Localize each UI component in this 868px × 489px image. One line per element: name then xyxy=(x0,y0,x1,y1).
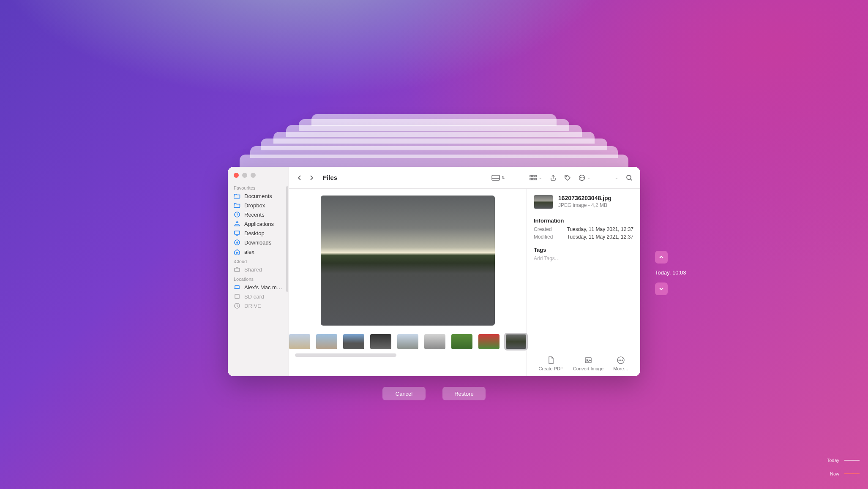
home-icon xyxy=(234,248,240,255)
restore-button[interactable]: Restore xyxy=(442,387,486,400)
action-menu-button[interactable]: ⌄ xyxy=(577,173,592,183)
overflow-button[interactable]: ⌄ xyxy=(613,174,620,182)
tags-button[interactable] xyxy=(562,173,573,183)
shared-icon xyxy=(234,266,240,273)
chevron-down-icon: ⌄ xyxy=(539,176,542,180)
action-label: Convert Image xyxy=(573,366,603,371)
gallery-view xyxy=(289,189,527,376)
download-icon xyxy=(234,239,240,246)
zoom-window-button[interactable] xyxy=(251,173,256,178)
search-button[interactable] xyxy=(624,173,634,183)
window-title: Files xyxy=(323,174,337,181)
chevron-down-icon: ⌄ xyxy=(587,176,590,180)
window-controls xyxy=(228,173,289,183)
svg-point-23 xyxy=(619,360,620,361)
timeline-current-label: Today, 10:03 xyxy=(655,269,686,276)
quick-action-create-pdf[interactable]: Create PDF xyxy=(539,356,563,371)
thumbnail[interactable] xyxy=(316,334,337,349)
info-label: Created xyxy=(534,226,552,232)
thumbnail[interactable] xyxy=(343,334,364,349)
minimize-window-button[interactable] xyxy=(242,173,247,178)
horizontal-scrollbar[interactable] xyxy=(295,353,396,357)
quick-action-more[interactable]: More… xyxy=(613,356,628,371)
svg-rect-3 xyxy=(235,268,240,272)
timeline-bar: Today Now xyxy=(827,458,860,476)
sidebar-item-documents[interactable]: Documents xyxy=(228,191,289,201)
timeline-mark-label: Now xyxy=(830,471,839,476)
view-mode-button[interactable]: ⇅ xyxy=(490,173,507,182)
thumbnail[interactable] xyxy=(424,334,445,349)
info-panel: 1620736203048.jpg JPEG image - 4,2 MB In… xyxy=(527,189,640,376)
chevron-updown-icon: ⇅ xyxy=(502,176,505,180)
group-button[interactable]: ⌄ xyxy=(528,173,544,182)
thumbnail[interactable] xyxy=(370,334,391,349)
laptop-icon xyxy=(234,284,240,291)
sidebar: Favourites Documents Dropbox Recents App… xyxy=(228,167,289,376)
svg-point-18 xyxy=(583,177,584,178)
timeline-up-button[interactable] xyxy=(655,251,668,264)
sidebar-item-downloads[interactable]: Downloads xyxy=(228,238,289,247)
chevron-down-icon: ⌄ xyxy=(615,176,618,180)
sidebar-item-label: Recents xyxy=(244,212,265,218)
sidebar-section-favourites: Favourites xyxy=(228,183,289,191)
svg-rect-12 xyxy=(532,178,534,180)
sidebar-item-desktop[interactable]: Desktop xyxy=(228,228,289,238)
thumbnail[interactable] xyxy=(397,334,418,349)
finder-window: Favourites Documents Dropbox Recents App… xyxy=(228,167,640,376)
back-button[interactable] xyxy=(295,173,304,182)
share-button[interactable] xyxy=(548,173,558,183)
thumbnail[interactable] xyxy=(478,334,500,349)
timeline-mark-today[interactable]: Today xyxy=(827,458,860,463)
sidebar-item-home[interactable]: alex xyxy=(228,247,289,256)
desktop-icon xyxy=(234,230,240,236)
sidebar-item-label: SD card xyxy=(244,293,264,300)
cancel-button[interactable]: Cancel xyxy=(382,387,426,400)
svg-rect-13 xyxy=(535,178,537,180)
sidebar-scrollbar[interactable] xyxy=(286,186,288,292)
image-preview[interactable] xyxy=(321,196,495,326)
sidebar-item-mac[interactable]: Alex's Mac m… xyxy=(228,283,289,292)
file-name: 1620736203048.jpg xyxy=(558,195,611,201)
sidebar-item-label: Downloads xyxy=(244,239,271,246)
info-row-modified: Modified Tuesday, 11 May 2021, 12:37 xyxy=(534,233,633,241)
sidebar-item-label: Desktop xyxy=(244,230,265,236)
sidebar-item-shared[interactable]: Shared xyxy=(228,265,289,274)
timeline-mark-now[interactable]: Now xyxy=(830,471,860,476)
info-label: Modified xyxy=(534,234,553,240)
clock-icon xyxy=(234,211,240,218)
svg-point-16 xyxy=(581,177,581,178)
forward-button[interactable] xyxy=(307,173,316,182)
sidebar-item-sdcard[interactable]: SD card xyxy=(228,292,289,301)
timeline-mark-label: Today xyxy=(827,458,839,463)
sidebar-section-locations: Locations xyxy=(228,274,289,283)
sidebar-item-drive[interactable]: DRIVE xyxy=(228,301,289,310)
svg-rect-11 xyxy=(530,178,532,180)
info-value: Tuesday, 11 May 2021, 12:37 xyxy=(567,226,633,232)
sidebar-item-label: Applications xyxy=(244,221,274,227)
svg-point-17 xyxy=(582,177,582,178)
sidebar-item-label: DRIVE xyxy=(244,303,261,309)
folder-icon xyxy=(234,202,240,209)
thumbnail[interactable] xyxy=(451,334,472,349)
svg-rect-10 xyxy=(535,175,537,177)
sidebar-item-label: Dropbox xyxy=(244,202,265,209)
close-window-button[interactable] xyxy=(234,173,239,178)
info-row-created: Created Tuesday, 11 May 2021, 12:37 xyxy=(534,225,633,233)
svg-point-24 xyxy=(621,360,622,361)
sidebar-item-dropbox[interactable]: Dropbox xyxy=(228,201,289,210)
svg-point-25 xyxy=(622,360,623,361)
info-value: Tuesday, 11 May 2021, 12:37 xyxy=(567,234,633,240)
quick-action-convert-image[interactable]: Convert Image xyxy=(573,356,603,371)
svg-rect-5 xyxy=(235,294,239,299)
clock-icon xyxy=(234,302,240,309)
sidebar-item-applications[interactable]: Applications xyxy=(228,219,289,228)
sidebar-item-label: Documents xyxy=(244,193,272,199)
add-tags-field[interactable]: Add Tags… xyxy=(534,255,633,261)
timeline-down-button[interactable] xyxy=(655,283,668,295)
disk-icon xyxy=(234,293,240,300)
sidebar-item-recents[interactable]: Recents xyxy=(228,210,289,219)
folder-icon xyxy=(234,193,240,199)
thumbnail-selected[interactable] xyxy=(505,334,527,349)
thumbnail[interactable] xyxy=(289,334,310,349)
toolbar: Files ⇅ ⌄ ⌄ ⌄ xyxy=(289,167,640,189)
